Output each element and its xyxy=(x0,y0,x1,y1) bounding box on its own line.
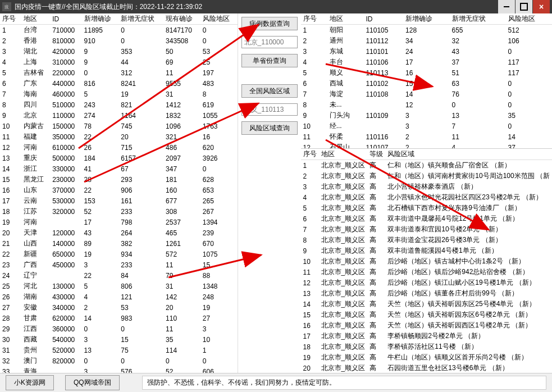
left-table-row[interactable]: 16山东37000022906160653 xyxy=(0,185,238,195)
right-bot-row[interactable]: 2北京市_顺义区高仁和（地区）镇河南村黄家街10号周边100米范围 （新 xyxy=(301,171,552,181)
col-header: ID xyxy=(50,13,81,25)
col-header: 现有确诊 xyxy=(163,13,200,25)
right-top-table: 序号地区ID新增确诊新增无症状风险地区 1朝阳1101051286555122通… xyxy=(301,13,552,148)
right-top-row[interactable]: 4丰台1101061737117 xyxy=(301,57,552,67)
right-bot-row[interactable]: 19北京市_顺义区高牛栏山（地区）镇顺义区首开乐尚2号楼 （新） xyxy=(301,352,552,363)
right-bot-row[interactable]: 17北京市_顺义区高李桥镇畅顺园2号楼2单元 （新） xyxy=(301,331,552,341)
risk-query-button[interactable]: 风险区域查询 xyxy=(241,121,298,135)
right-bot-row[interactable]: 4北京市_顺义区高北小营镇水色时光花园社区四区23号楼2单元 （新） xyxy=(301,192,552,203)
left-table-row[interactable]: 32澳门8200000000 xyxy=(0,355,238,366)
right-bot-row[interactable]: 10北京市_顺义区高后沙峪（地区）镇古城村中心街1条2号 （新） xyxy=(301,256,552,267)
col-header: 新增无症状 xyxy=(118,13,163,25)
left-table-row[interactable]: 21山西140000893821261670 xyxy=(0,238,238,249)
left-table-row[interactable]: 15黑龙江23000028293181628 xyxy=(0,174,238,185)
left-table-row[interactable]: 24辽宁22847988 xyxy=(0,270,238,281)
right-top-row[interactable]: 9门头沟11010931335 xyxy=(301,110,552,121)
left-table-row[interactable]: 5吉林省220000031211197 xyxy=(0,67,238,78)
left-table-row[interactable]: 33青海357652606 xyxy=(0,366,238,373)
left-table-row[interactable]: 9北京110000274116418321055 xyxy=(0,110,238,121)
left-panel: 序号地区ID新增确诊新增无症状现有确诊风险地区 1台湾7100001189508… xyxy=(0,13,238,373)
province-query-button[interactable]: 单省份查询 xyxy=(241,54,298,67)
col-header: ID xyxy=(363,13,403,25)
right-bot-row[interactable]: 6北京市_顺义区高双丰街道中晟馨苑4号院12号楼1单元 （新） xyxy=(301,213,552,224)
right-top-row[interactable]: 2通州1101123432106 xyxy=(301,35,552,46)
window-title: 国内疫情一键查//全国风险区域截止时间：2022-11-22 21:39:02 xyxy=(15,2,498,12)
risk-area-input[interactable] xyxy=(241,103,298,116)
right-top-row[interactable]: 8未...1200 xyxy=(301,99,552,110)
right-bot-row[interactable]: 8北京市_顺义区高双丰街道金宝花园26号楼3单元 （新） xyxy=(301,235,552,245)
case-query-button[interactable]: 病例数据查询 xyxy=(241,17,298,30)
right-bot-row[interactable]: 15北京市_顺义区高天竺（地区）镇天裕昕园东区6号楼2单元 （新） xyxy=(301,309,552,320)
right-bot-row[interactable]: 16北京市_顺义区高天竺（地区）镇天裕昕园西区1号楼2单元 （新） xyxy=(301,320,552,331)
left-table-row[interactable]: 25河北1300005806311348 xyxy=(0,281,238,291)
left-table-row[interactable]: 4上海3100009446925 xyxy=(0,57,238,67)
risk-all-button[interactable]: 全国风险区域 xyxy=(241,84,298,98)
app-icon: 疫 xyxy=(2,2,11,11)
col-header: 风险地区 xyxy=(200,13,238,25)
right-bot-row[interactable]: 5北京市_顺义区高北石槽镇下西市村复兴东路9号油漆厂 （新） xyxy=(301,203,552,213)
footer-button-2[interactable]: QQ网域帝国 xyxy=(65,375,120,390)
left-table-row[interactable]: 11福建350000222032116 xyxy=(0,131,238,142)
right-bottom-panel: 序号地区等级风险区域 1北京市_顺义区高仁和（地区）镇兴顺食品厂宿舍区 （新）2… xyxy=(301,148,552,373)
left-table-row[interactable]: 31贵州52000013751141 xyxy=(0,345,238,355)
right-bot-row[interactable]: 14北京市_顺义区高天竺（地区）镇天裕昕园东区25号楼4单元 （新） xyxy=(301,299,552,309)
left-table-row[interactable]: 3湖北42000093535053 xyxy=(0,46,238,57)
right-bot-row[interactable]: 7北京市_顺义区高双丰街道泰和宜园10号楼2单元 （新） xyxy=(301,224,552,235)
right-bot-row[interactable]: 13北京市_顺义区高后沙峪（地区）镇董各庄村后街99号 （新） xyxy=(301,288,552,299)
right-bot-row[interactable]: 12北京市_顺义区高后沙峪（地区）镇江山赋小区19号楼1单元 （新） xyxy=(301,277,552,288)
right-bot-row[interactable]: 1北京市_顺义区高仁和（地区）镇兴顺食品厂宿舍区 （新） xyxy=(301,160,552,171)
col-header: 序号 xyxy=(301,149,319,160)
right-top-panel: 序号地区ID新增确诊新增无症状风险地区 1朝阳1101051286555122通… xyxy=(301,13,552,148)
left-table-row[interactable]: 2香港81000091003435080 xyxy=(0,35,238,46)
col-header: 风险地区 xyxy=(506,13,552,25)
left-table-row[interactable]: 22新疆650000199345721075 xyxy=(0,249,238,259)
right-top-row[interactable]: 6西城11010215630 xyxy=(301,78,552,89)
minimize-button[interactable] xyxy=(498,0,515,13)
left-table-row[interactable]: 13重庆500000184615720973926 xyxy=(0,153,238,163)
left-table-row[interactable]: 14浙江33000041673470 xyxy=(0,163,238,174)
left-table-row[interactable]: 10内蒙古1500007874510961763 xyxy=(0,121,238,131)
col-header: 新增无症状 xyxy=(450,13,506,25)
col-header: 新增确诊 xyxy=(403,13,449,25)
right-top-row[interactable]: 3东城11010124430 xyxy=(301,46,552,57)
left-table-row[interactable]: 19河南1779825371394 xyxy=(0,217,238,227)
close-button[interactable]: × xyxy=(533,0,550,13)
right-top-row[interactable]: 1朝阳110105128655512 xyxy=(301,25,552,36)
right-bot-row[interactable]: 11北京市_顺义区高后沙峪（地区）镇后沙峪942总站宿舍楼 （新） xyxy=(301,267,552,277)
right-top-row[interactable]: 7海淀11010814760 xyxy=(301,89,552,99)
left-table-row[interactable]: 29江西36000000113 xyxy=(0,323,238,334)
col-header: 序号 xyxy=(0,13,21,25)
footer-message: 强防护、不恐慌，信科学、不传谣，我们同努力，疫情定可防。 xyxy=(142,376,546,390)
left-table-row[interactable]: 27安徽3400002532019 xyxy=(0,302,238,313)
center-panel: 病例数据查询 单省份查询 全国风险区域 风险区域查询 xyxy=(238,13,301,373)
province-input[interactable] xyxy=(241,36,298,48)
right-top-row[interactable]: 12石景山1101072437 xyxy=(301,142,552,148)
left-table-row[interactable]: 28甘肃6200001498311027 xyxy=(0,313,238,323)
left-table-row[interactable]: 8四川5100002438211412619 xyxy=(0,99,238,110)
maximize-button[interactable] xyxy=(515,0,532,13)
right-panel: 序号地区ID新增确诊新增无症状风险地区 1朝阳1101051286555122通… xyxy=(301,13,552,373)
left-table-row[interactable]: 12河南61000026715486620 xyxy=(0,142,238,153)
left-table-row[interactable]: 26湖南4300004121142248 xyxy=(0,291,238,302)
left-table-row[interactable]: 1台湾71000011895081471700 xyxy=(0,25,238,36)
left-table-row[interactable]: 30西藏5400003153510 xyxy=(0,334,238,345)
footer-button-1[interactable]: 小K资源网 xyxy=(6,375,54,390)
titlebar: 疫 国内疫情一键查//全国风险区域截止时间：2022-11-22 21:39:0… xyxy=(0,0,552,13)
left-table-row[interactable]: 18江苏32000052233308267 xyxy=(0,206,238,217)
col-header: 地区 xyxy=(327,13,364,25)
right-bot-row[interactable]: 20北京市_顺义区高石园街道五里仓社区13号楼6单元 （新） xyxy=(301,363,552,373)
right-top-row[interactable]: 11怀柔11011621114 xyxy=(301,131,552,142)
left-table-row[interactable]: 17云南530000153161677265 xyxy=(0,195,238,206)
right-bot-row[interactable]: 18北京市_顺义区高李桥镇苏活社区11号楼 （新） xyxy=(301,341,552,352)
right-top-row[interactable]: 5顺义1101131651117 xyxy=(301,67,552,78)
right-bot-row[interactable]: 9北京市_顺义区高双丰街道鲁能溪园4号楼1单元 （新） xyxy=(301,245,552,256)
right-top-row[interactable]: 10经...370 xyxy=(301,121,552,131)
col-header: 地区 xyxy=(319,149,368,160)
left-table-row[interactable]: 6广东44000081682419555483 xyxy=(0,78,238,89)
right-bot-row[interactable]: 3北京市_顺义区高北小营镇裕林豪泰酒店 （新） xyxy=(301,181,552,192)
col-header: 序号 xyxy=(301,13,327,25)
left-table-row[interactable]: 23广西45000032331115 xyxy=(0,259,238,270)
left-table-row[interactable]: 7海南460000519318 xyxy=(0,89,238,99)
footer: 小K资源网 QQ网域帝国 强防护、不恐慌，信科学、不传谣，我们同努力，疫情定可防… xyxy=(0,373,552,392)
left-table-row[interactable]: 20天津12000043264465239 xyxy=(0,227,238,238)
